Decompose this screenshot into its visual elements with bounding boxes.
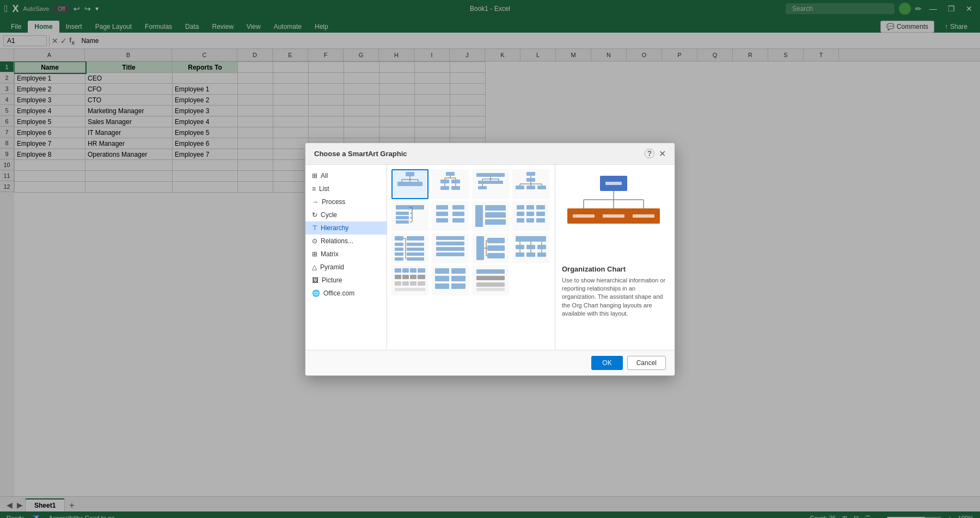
svg-rect-127 [476,269,505,274]
svg-rect-28 [494,181,503,184]
svg-rect-67 [517,218,524,223]
svg-rect-85 [436,252,464,256]
svg-rect-54 [452,212,464,216]
svg-rect-66 [536,212,545,216]
svg-rect-7 [406,182,414,186]
svg-rect-141 [603,214,624,218]
thumb-hierarchy-7[interactable] [472,201,509,231]
svg-rect-17 [440,186,449,190]
svg-rect-71 [395,243,403,246]
svg-rect-124 [451,276,465,281]
ok-button[interactable]: OK [591,356,622,370]
category-panel: ⊞ All ≡ List → Process ↻ Cycle ⊤ Hiera [305,165,387,350]
svg-rect-73 [395,252,403,256]
svg-rect-116 [395,281,401,286]
svg-rect-106 [526,252,535,257]
svg-rect-26 [478,181,487,184]
category-matrix[interactable]: ⊞ Matrix [305,248,387,261]
svg-rect-108 [395,268,401,273]
svg-rect-122 [451,268,465,274]
svg-rect-123 [435,276,449,281]
thumb-hierarchy-15[interactable] [472,266,509,295]
svg-rect-74 [395,257,403,261]
thumb-hierarchy-12[interactable] [512,233,549,263]
category-picture[interactable]: 🖼 Picture [305,274,387,287]
svg-rect-109 [402,268,409,273]
svg-rect-6 [397,182,406,186]
svg-rect-63 [536,205,545,209]
preview-panel: Organization Chart Use to show hierarchi… [555,165,675,350]
category-all[interactable]: ⊞ All [305,169,387,182]
svg-rect-57 [475,205,483,227]
svg-rect-79 [407,248,424,251]
thumb-hierarchy-9[interactable] [391,233,428,263]
preview-title: Organization Chart [562,265,668,273]
category-relationship[interactable]: ⊙ Relations... [305,235,387,248]
dialog-header: Choose a SmartArt Graphic ? ✕ [305,143,675,165]
svg-rect-61 [517,205,524,209]
svg-rect-132 [605,182,622,185]
dialog-header-right: ? ✕ [645,149,666,159]
svg-rect-126 [451,283,465,289]
svg-rect-118 [410,281,416,286]
svg-rect-41 [537,186,546,189]
dialog-footer: OK Cancel [305,350,675,375]
svg-rect-51 [436,205,448,209]
svg-rect-14 [440,180,449,183]
svg-rect-45 [396,220,409,224]
thumb-hierarchy-10[interactable] [432,233,469,263]
thumb-hierarchy-4[interactable] [512,169,549,199]
dialog-overlay: Choose a SmartArt Graphic ? ✕ ⊞ All ≡ Li… [0,0,980,518]
svg-rect-111 [418,268,425,273]
svg-rect-27 [486,181,495,184]
svg-rect-94 [487,253,505,258]
svg-rect-115 [418,275,425,279]
cancel-button[interactable]: Cancel [627,356,666,370]
matrix-icon: ⊞ [312,250,317,258]
svg-rect-143 [633,214,654,218]
thumbnails-panel [387,165,555,350]
svg-rect-60 [485,219,506,225]
thumb-hierarchy-14[interactable] [432,266,469,295]
category-officecom[interactable]: 🌐 Office.com [305,287,387,300]
svg-rect-39 [516,186,524,189]
svg-rect-105 [516,252,524,257]
thumb-hierarchy-2[interactable] [432,169,469,199]
svg-rect-110 [410,268,416,273]
svg-rect-81 [407,257,424,261]
svg-rect-112 [395,275,401,279]
hierarchy-icon: ⊤ [312,224,317,232]
preview-description: Use to show hierarchical information or … [562,276,668,318]
svg-rect-139 [573,214,595,218]
thumb-hierarchy-5[interactable] [391,201,428,231]
svg-rect-113 [402,275,409,279]
svg-rect-0 [406,172,414,176]
svg-rect-125 [435,283,449,289]
category-cycle[interactable]: ↻ Cycle [305,208,387,221]
thumb-hierarchy-8[interactable] [512,201,549,231]
svg-rect-15 [451,180,460,183]
dialog-close-button[interactable]: ✕ [659,149,666,159]
thumb-hierarchy-13[interactable] [391,266,428,295]
org-chart-preview-svg [562,171,665,258]
svg-rect-70 [395,236,403,240]
category-list[interactable]: ≡ List [305,182,387,195]
thumb-hierarchy-3[interactable] [472,169,509,199]
svg-rect-52 [452,205,464,209]
category-process[interactable]: → Process [305,195,387,208]
category-pyramid[interactable]: △ Pyramid [305,261,387,274]
svg-rect-117 [402,281,409,286]
svg-rect-9 [446,172,455,176]
dialog-help-icon[interactable]: ? [645,149,654,158]
svg-rect-8 [414,182,422,186]
svg-rect-120 [395,288,425,291]
list-icon: ≡ [312,185,316,193]
svg-rect-33 [526,178,535,182]
dialog-title: Choose a SmartArt Graphic [314,150,407,158]
svg-rect-40 [526,186,535,189]
thumb-hierarchy-11[interactable] [472,233,509,263]
svg-rect-53 [436,212,448,216]
thumb-hierarchy-6[interactable] [432,201,469,231]
thumb-org-chart[interactable] [391,169,428,199]
category-hierarchy[interactable]: ⊤ Hierarchy [305,221,387,235]
